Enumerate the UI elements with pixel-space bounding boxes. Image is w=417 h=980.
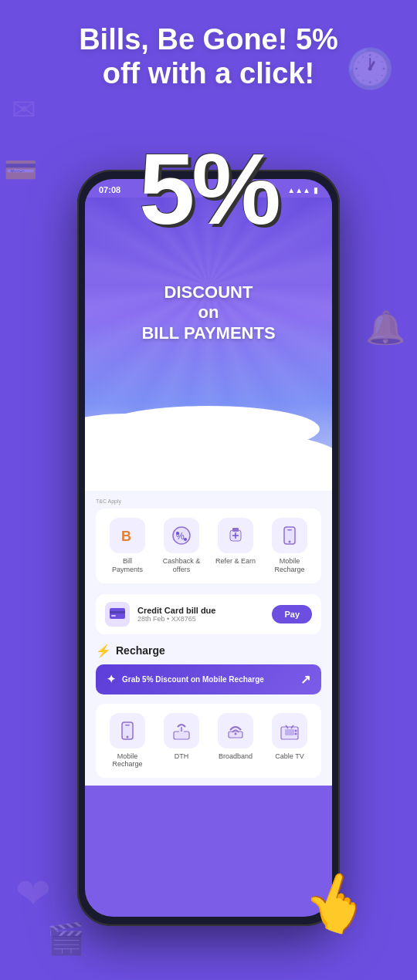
recharge-header: ⚡ Recharge xyxy=(96,644,321,658)
main-headline: Bills, Be Gone! 5% off with a click! xyxy=(0,23,417,90)
recharge-mobile[interactable]: Mobile Recharge xyxy=(102,713,153,769)
dth-icon xyxy=(164,713,199,749)
svg-rect-10 xyxy=(287,529,292,531)
phone-screen: 07:08 ▲▲▲ ▮ DISCOUNT on BILL PAYMENTS T&… xyxy=(85,179,332,917)
bill-info: Credit Card bill due 28th Feb • XX8765 xyxy=(137,606,264,623)
svg-point-3 xyxy=(176,532,179,535)
svg-rect-24 xyxy=(285,729,294,735)
quick-actions-row: B Bill Payments % Cashback & o xyxy=(96,509,321,583)
action-cashback[interactable]: % Cashback & offers xyxy=(154,518,208,574)
svg-rect-6 xyxy=(232,528,239,532)
svg-point-22 xyxy=(235,732,237,735)
pay-button[interactable]: Pay xyxy=(272,605,312,623)
promo-text: Grab 5% Discount on Mobile Recharge xyxy=(122,675,264,684)
status-time: 07:08 xyxy=(99,185,120,194)
bill-subtitle: 28th Feb • XX8765 xyxy=(137,615,264,623)
mobile-recharge-label: Mobile Recharge xyxy=(112,752,142,769)
status-icons: ▲▲▲ ▮ xyxy=(287,186,318,194)
cashback-icon: % xyxy=(164,518,199,553)
action-bill-payments[interactable]: B Bill Payments xyxy=(100,518,154,574)
big-percent-text: 5% xyxy=(139,131,278,247)
recharge-dth[interactable]: DTH xyxy=(156,713,207,769)
svg-point-17 xyxy=(127,735,129,738)
bill-payments-label: Bill Payments xyxy=(112,557,143,574)
phone-frame: 07:08 ▲▲▲ ▮ DISCOUNT on BILL PAYMENTS T&… xyxy=(77,170,340,926)
recharge-title: Recharge xyxy=(116,644,165,657)
bill-title: Credit Card bill due xyxy=(137,606,264,615)
svg-point-27 xyxy=(295,729,297,732)
mobile-recharge-action-icon xyxy=(272,518,307,553)
refer-earn-label: Refer & Earn xyxy=(215,557,256,566)
dth-label: DTH xyxy=(175,752,189,761)
mobile-recharge-action-label: Mobile Recharge xyxy=(274,557,304,574)
promo-arrow-icon: ↗ xyxy=(300,672,310,687)
svg-rect-14 xyxy=(111,615,116,617)
battery-icon: ▮ xyxy=(314,186,318,194)
cloud-decoration xyxy=(85,429,332,491)
recharge-options-row: Mobile Recharge DTH xyxy=(96,704,321,779)
recharge-cable-tv[interactable]: Cable TV xyxy=(264,713,315,769)
promo-banner[interactable]: ✦ Grab 5% Discount on Mobile Recharge ↗ xyxy=(96,664,321,694)
bill-card: Credit Card bill due 28th Feb • XX8765 P… xyxy=(96,594,321,634)
svg-text:B: B xyxy=(121,529,131,544)
credit-card-icon xyxy=(105,602,130,627)
svg-rect-13 xyxy=(110,611,125,613)
svg-point-28 xyxy=(295,732,297,735)
svg-point-4 xyxy=(184,538,187,541)
recharge-broadband[interactable]: Broadband xyxy=(210,713,261,769)
broadband-icon xyxy=(218,713,253,749)
bill-payments-icon: B xyxy=(110,518,145,553)
tnc-text: T&C Apply xyxy=(96,498,321,504)
broadband-label: Broadband xyxy=(219,752,253,761)
lightning-icon: ⚡ xyxy=(96,644,111,658)
screen-bottom-area: T&C Apply B Bill Payments % xyxy=(85,491,332,786)
discount-text: DISCOUNT on BILL PAYMENTS xyxy=(141,282,275,343)
promo-star-icon: ✦ xyxy=(107,673,116,685)
action-refer-earn[interactable]: Refer & Earn xyxy=(208,518,263,574)
svg-rect-16 xyxy=(125,725,130,726)
cable-tv-label: Cable TV xyxy=(275,752,303,761)
mobile-recharge-icon xyxy=(110,713,145,749)
svg-point-11 xyxy=(289,541,291,543)
signal-icon: ▲▲▲ xyxy=(287,186,310,194)
cashback-label: Cashback & offers xyxy=(163,557,201,574)
refer-earn-icon xyxy=(218,518,253,553)
action-mobile-recharge[interactable]: Mobile Recharge xyxy=(263,518,317,574)
cable-tv-icon xyxy=(272,713,307,749)
